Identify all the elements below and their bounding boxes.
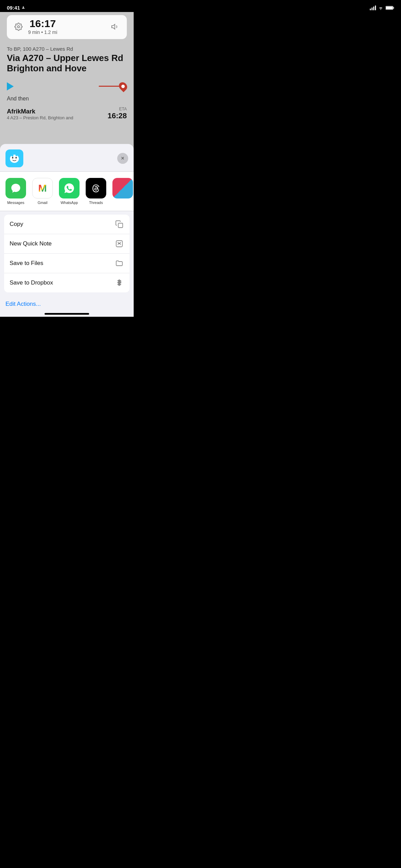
messages-label: Messages [7, 201, 24, 205]
svg-rect-10 [118, 223, 123, 228]
svg-point-6 [12, 157, 13, 159]
nav-and-then: And then [7, 94, 127, 104]
nav-distance: 1.2 mi [44, 29, 57, 35]
nav-header-card: 16:17 9 min • 1.2 mi [7, 15, 127, 39]
apps-row: Messages M Gmail WhatsApp Thr [0, 172, 134, 211]
status-time: 09:41 [7, 5, 25, 11]
nav-eta-time: 16:28 [108, 111, 127, 120]
nav-duration: 9 min [28, 29, 40, 35]
app-item-gmail[interactable]: M Gmail [32, 178, 53, 205]
share-sheet: × Messages M Gmail Whats [0, 144, 134, 317]
nav-dest-main: Via A270 – Upper Lewes Rd Brighton and H… [7, 53, 127, 74]
svg-point-3 [17, 26, 20, 28]
nav-route-line [7, 76, 127, 94]
folder-icon [114, 258, 124, 268]
nav-next-addr: 4 A23 – Preston Rd, Brighton and [7, 115, 73, 120]
app-item-more[interactable] [112, 178, 133, 205]
nav-next-name: AfrikMark [7, 108, 73, 115]
svg-marker-4 [112, 24, 115, 29]
home-bar [45, 313, 89, 315]
quick-note-action[interactable]: New Quick Note [4, 234, 130, 254]
app-item-threads[interactable]: Threads [86, 178, 106, 205]
edit-actions-section[interactable]: Edit Actions... [0, 296, 134, 310]
nav-time: 16:17 [28, 19, 57, 29]
more-icon [112, 178, 133, 198]
copy-action[interactable]: Copy [4, 215, 130, 234]
save-dropbox-action[interactable]: Save to Dropbox [4, 273, 130, 292]
whatsapp-label: WhatsApp [61, 201, 78, 205]
close-button[interactable]: × [117, 153, 128, 164]
nav-eta-label: ETA [108, 107, 127, 111]
nav-direction-arrow [7, 82, 14, 91]
share-sheet-header: × [0, 144, 134, 172]
nav-eta: ETA 16:28 [108, 107, 127, 120]
navigation-background: 16:17 9 min • 1.2 mi To BP, 100 A270 – L… [0, 0, 134, 151]
action-list: Copy New Quick Note Save to Files [4, 215, 130, 292]
nav-dest-sub: To BP, 100 A270 – Lewes Rd [7, 46, 127, 52]
svg-marker-15 [117, 283, 121, 286]
settings-button[interactable] [12, 21, 25, 33]
waze-app-icon [5, 149, 23, 167]
messages-icon [5, 178, 26, 198]
copy-icon [114, 219, 124, 229]
home-indicator [0, 310, 134, 317]
dropbox-icon [114, 278, 124, 288]
edit-actions-label: Edit Actions... [5, 301, 41, 307]
whatsapp-icon [59, 178, 80, 198]
nav-next-destination: AfrikMark 4 A23 – Preston Rd, Brighton a… [7, 104, 127, 122]
gmail-icon: M [32, 178, 53, 198]
app-item-messages[interactable]: Messages [5, 178, 26, 205]
nav-sub-info: 9 min • 1.2 mi [28, 29, 57, 35]
copy-label: Copy [10, 221, 23, 228]
save-files-action[interactable]: Save to Files [4, 254, 130, 273]
svg-point-5 [10, 155, 19, 163]
threads-icon [86, 178, 106, 198]
save-files-label: Save to Files [10, 260, 43, 267]
quick-note-label: New Quick Note [10, 240, 52, 247]
svg-point-7 [15, 157, 17, 159]
quick-note-icon [114, 239, 124, 249]
nav-time-info: 16:17 9 min • 1.2 mi [28, 19, 57, 35]
save-dropbox-label: Save to Dropbox [10, 279, 53, 286]
volume-button[interactable] [109, 21, 121, 33]
status-bar: 09:41 [0, 0, 134, 12]
gmail-label: Gmail [38, 201, 48, 205]
nav-destination: To BP, 100 A270 – Lewes Rd Via A270 – Up… [7, 43, 127, 76]
threads-label: Threads [89, 201, 103, 205]
nav-destination-pin [99, 82, 127, 91]
app-item-whatsapp[interactable]: WhatsApp [59, 178, 80, 205]
